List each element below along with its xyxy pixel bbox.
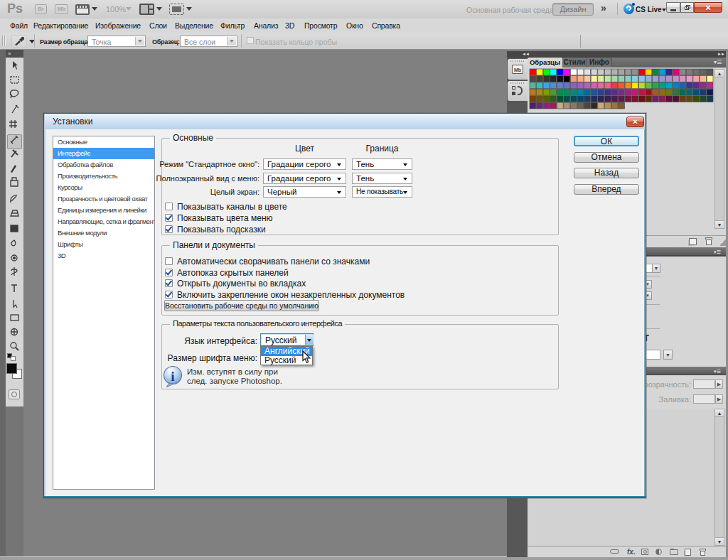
svg-text:i: i <box>171 369 174 384</box>
